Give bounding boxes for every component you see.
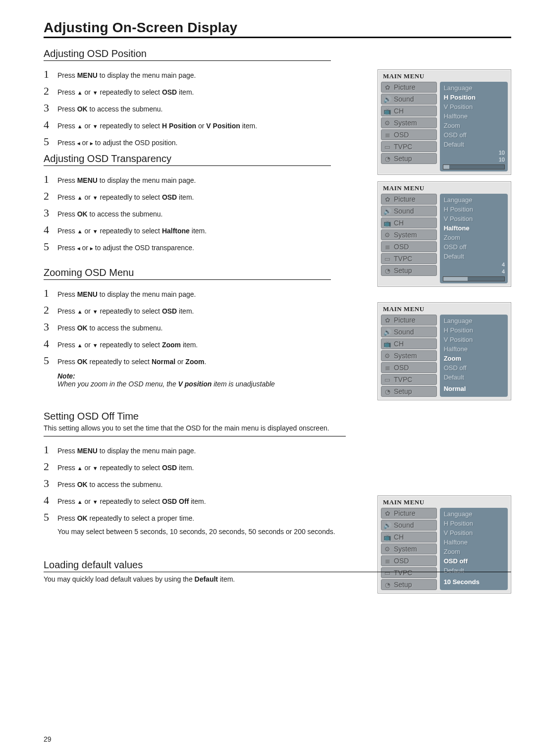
tab-label: Sound	[394, 95, 414, 103]
menu-title: MAIN MENU	[378, 303, 511, 315]
tab-icon: ▭	[383, 143, 391, 151]
tab-icon: ⚙	[383, 352, 391, 360]
menu-tab-picture: ✿Picture	[381, 508, 437, 519]
menu-option: Default	[443, 252, 505, 261]
tab-label: TVPC	[394, 255, 412, 263]
step-number: 1	[44, 287, 57, 300]
step-text: Press OK repeatedly to select a proper t…	[57, 513, 194, 524]
step-number: 4	[44, 118, 57, 131]
section-heading: Zooming OSD Menu	[44, 267, 511, 278]
tab-label: Sound	[394, 521, 414, 529]
step-text: Press OK repeatedly to select Normal or …	[57, 356, 206, 367]
tab-label: Setup	[394, 387, 412, 395]
step-number: 5	[44, 135, 57, 148]
step-number: 3	[44, 207, 57, 219]
step-text: Press OK to access the submenu.	[57, 104, 162, 114]
tab-icon: 🔊	[383, 208, 391, 215]
step-number: 2	[44, 460, 57, 473]
tab-icon: 🔊	[383, 96, 391, 103]
tab-icon: ✿	[383, 317, 391, 324]
menu-tab-ch: 📺CH	[381, 217, 437, 228]
tab-icon: ✿	[383, 84, 391, 91]
menu-title: MAIN MENU	[378, 70, 511, 82]
tab-label: Sound	[394, 207, 414, 215]
menu-tab-setup: ◔Setup	[381, 386, 437, 397]
step-text: Press ▲ or ▼ repeatedly to select OSD it…	[57, 462, 194, 473]
tab-icon: ≣	[383, 364, 391, 372]
menu-option: Halftone	[443, 112, 505, 120]
menu-tab-system: ⚙System	[381, 229, 437, 240]
step-text: Press ▲ or ▼ repeatedly to select OSD it…	[57, 306, 194, 317]
tab-icon: ✿	[383, 196, 391, 203]
step-number: 4	[44, 223, 57, 236]
menu-tab-sound: 🔊Sound	[381, 520, 437, 531]
tab-label: OSD	[394, 364, 409, 372]
section-heading: Setting OSD Off Time	[44, 411, 511, 422]
menu-tab-tvpc: ▭TVPC	[381, 141, 437, 152]
tab-label: Sound	[394, 328, 414, 336]
menu-option: Halftone	[443, 538, 505, 546]
tab-icon: ◔	[383, 388, 391, 395]
step-number: 3	[44, 102, 57, 114]
tab-icon: ▭	[383, 376, 391, 383]
menu-option: Zoom	[443, 121, 505, 130]
step-text: Press ▲ or ▼ repeatedly to select Halfto…	[57, 225, 207, 236]
tab-label: Picture	[394, 509, 416, 517]
tab-label: CH	[394, 340, 404, 348]
step-number: 1	[44, 173, 57, 186]
menu-tab-picture: ✿Picture	[381, 82, 437, 93]
step-number: 5	[44, 240, 57, 253]
tab-icon: 📺	[383, 219, 391, 227]
step-number: 5	[44, 511, 57, 524]
menu-option: H Position	[443, 519, 505, 528]
menu-option: H Position	[443, 205, 505, 214]
menu-tab-picture: ✿Picture	[381, 194, 437, 205]
step-number: 1	[44, 68, 57, 81]
menu-option: Zoom	[443, 354, 505, 363]
step-number: 2	[44, 85, 57, 98]
menu-tab-tvpc: ▭TVPC	[381, 374, 437, 385]
tab-label: System	[394, 119, 417, 127]
tab-icon: 📺	[383, 340, 391, 348]
menu-tab-ch: 📺CH	[381, 338, 437, 349]
step-text: Press ◂ or ▸ to adjust the OSD position.	[57, 137, 177, 148]
tab-label: System	[394, 231, 417, 239]
step-number: 1	[44, 443, 57, 456]
menu-title: MAIN MENU	[378, 182, 511, 194]
step-text: Press MENU to display the menu main page…	[57, 445, 196, 456]
menu-tab-system: ⚙System	[381, 117, 437, 128]
menu-tab-tvpc: ▭TVPC	[381, 253, 437, 264]
tab-label: CH	[394, 533, 404, 541]
tab-icon: ▭	[383, 255, 391, 263]
menu-option: OSD off	[443, 243, 505, 251]
menu-option: H Position	[443, 93, 505, 102]
tab-label: Picture	[394, 316, 416, 324]
step: 1Press MENU to display the menu main pag…	[44, 443, 511, 456]
menu-option: Zoom	[443, 233, 505, 242]
menu-tab-sound: 🔊Sound	[381, 94, 437, 105]
tab-label: Picture	[394, 83, 416, 91]
tab-label: OSD	[394, 243, 409, 251]
step-number: 5	[44, 354, 57, 367]
step-text: Press MENU to display the menu main page…	[57, 289, 196, 300]
tab-icon: ✿	[383, 510, 391, 517]
tab-label: System	[394, 352, 417, 360]
step: 1Press MENU to display the menu main pag…	[44, 287, 511, 300]
menu-option: V Position	[443, 215, 505, 223]
menu-option: OSD off	[443, 364, 505, 372]
menu-option: H Position	[443, 326, 505, 334]
menu-tab-ch: 📺CH	[381, 532, 437, 542]
tab-label: TVPC	[394, 143, 412, 151]
tab-label: System	[394, 545, 417, 553]
tab-icon: 📺	[383, 534, 391, 541]
menu-option: Default	[443, 373, 505, 381]
section-heading: Loading default values	[44, 559, 511, 571]
step-number: 4	[44, 494, 57, 507]
step: 3Press OK to access the submenu.	[44, 477, 511, 490]
step-text: Press ▲ or ▼ repeatedly to select OSD Of…	[57, 496, 206, 507]
tab-icon: ⚙	[383, 231, 391, 239]
step: 2Press ▲ or ▼ repeatedly to select OSD i…	[44, 460, 511, 473]
menu-tab-system: ⚙System	[381, 350, 437, 361]
tab-label: TVPC	[394, 376, 412, 383]
tab-label: CH	[394, 107, 404, 115]
